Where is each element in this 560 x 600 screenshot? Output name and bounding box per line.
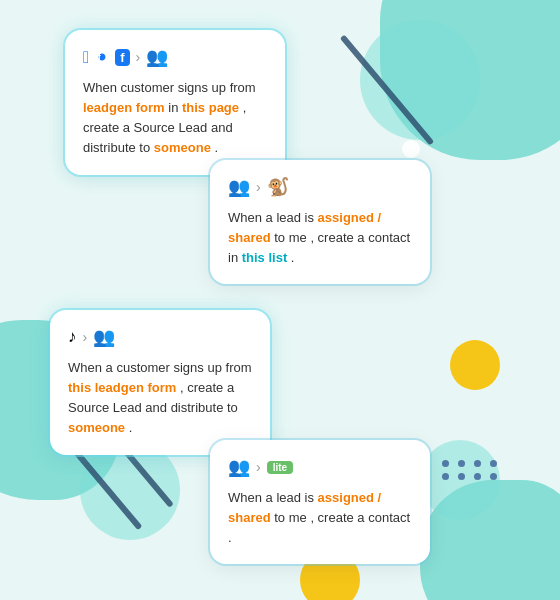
facebook-icon: : [83, 49, 89, 66]
mailchimp-icon: 🐒: [267, 176, 289, 198]
this-page-link: this page: [182, 100, 239, 115]
arrow-icon-4: ›: [256, 459, 261, 475]
svg-text:f: f: [98, 53, 101, 62]
lite-badge: lite: [267, 461, 293, 474]
fb-badge: f: [115, 49, 129, 66]
arrow-icon-2: ›: [256, 179, 261, 195]
card-2-header: 👥 › 🐒: [228, 176, 412, 198]
users-icon-3: 👥: [93, 326, 115, 348]
card-3-header: ♪ › 👥: [68, 326, 252, 348]
facebook-icon-svg: f: [95, 50, 109, 64]
card-2[interactable]: 👥 › 🐒 When a lead is assigned / shared t…: [210, 160, 430, 284]
card-4-text: When a lead is assigned / shared to me ,…: [228, 488, 412, 548]
arrow-icon-3: ›: [83, 329, 88, 345]
someone-link-2: someone: [68, 420, 125, 435]
this-list-link: this list: [242, 250, 288, 265]
card-3[interactable]: ♪ › 👥 When a customer signs up from this…: [50, 310, 270, 455]
users-icon-1: 👥: [146, 46, 168, 68]
card-4-header: 👥 › lite: [228, 456, 412, 478]
card-2-text: When a lead is assigned / shared to me ,…: [228, 208, 412, 268]
leadgen-form-link: leadgen form: [83, 100, 165, 115]
someone-link-1: someone: [154, 140, 211, 155]
users-icon-4: 👥: [228, 456, 250, 478]
users-icon-2: 👥: [228, 176, 250, 198]
assigned-shared-link-2: assigned / shared: [228, 490, 381, 525]
cards-container:  f f › 👥 When customer signs up from le…: [0, 0, 560, 600]
arrow-icon-1: ›: [136, 49, 141, 65]
card-1-header:  f f › 👥: [83, 46, 267, 68]
tiktok-icon: ♪: [68, 327, 77, 347]
card-3-text: When a customer signs up from this leadg…: [68, 358, 252, 439]
assigned-shared-link-1: assigned / shared: [228, 210, 381, 245]
this-leadgen-form-link: this leadgen form: [68, 380, 176, 395]
card-1-text: When customer signs up from leadgen form…: [83, 78, 267, 159]
card-1[interactable]:  f f › 👥 When customer signs up from le…: [65, 30, 285, 175]
card-4[interactable]: 👥 › lite When a lead is assigned / share…: [210, 440, 430, 564]
